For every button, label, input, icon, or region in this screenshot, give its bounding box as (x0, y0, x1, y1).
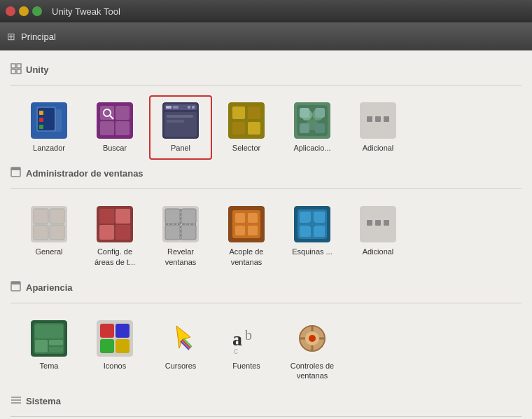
item-tema[interactable]: Tema (18, 313, 80, 388)
svg-rect-58 (165, 209, 180, 224)
grid-icon: ⊞ (7, 31, 15, 42)
svg-rect-88 (49, 347, 63, 352)
svg-rect-68 (235, 226, 245, 235)
svg-rect-40 (315, 123, 325, 133)
item-config-areas[interactable]: Config. de áreas de t... (83, 199, 146, 274)
revelar-ventanas-icon (162, 206, 199, 242)
selector-icon (228, 102, 265, 139)
svg-rect-90 (100, 324, 114, 338)
svg-rect-31 (248, 122, 260, 135)
titlebar: Unity Tweak Tool (0, 0, 532, 22)
maximize-button[interactable] (32, 6, 42, 16)
svg-rect-79 (375, 220, 381, 226)
svg-rect-69 (248, 226, 258, 235)
svg-text:c: c (234, 346, 238, 356)
sistema-section-title: Sistema (26, 396, 61, 406)
sistema-section-icon (10, 394, 22, 408)
item-revelar-ventanas[interactable]: Revelar ventanas (149, 199, 212, 274)
acople-ventanas-label: Acople de ventanas (220, 247, 272, 267)
item-esquinas[interactable]: Esquinas ... (281, 199, 344, 274)
selector-label: Selector (232, 143, 260, 153)
minimize-button[interactable] (19, 6, 29, 16)
svg-rect-91 (115, 324, 130, 338)
lanzador-label: Lanzador (33, 143, 65, 153)
svg-rect-7 (39, 111, 43, 115)
window-title: Unity Tweak Tool (52, 6, 120, 17)
svg-rect-21 (173, 106, 178, 109)
svg-rect-10 (55, 109, 62, 132)
item-acople-ventanas[interactable]: Acople de ventanas (215, 199, 278, 274)
section-header-unity: Unity (10, 63, 522, 76)
item-lanzador[interactable]: Lanzador (18, 95, 80, 160)
lanzador-icon (31, 102, 67, 139)
unity-section-title: Unity (26, 64, 49, 75)
svg-rect-25 (167, 115, 193, 118)
general-icon (31, 206, 67, 242)
item-controles-ventanas[interactable]: Controles de ventanas (281, 313, 344, 388)
svg-rect-66 (235, 213, 245, 223)
svg-rect-50 (34, 225, 48, 240)
iconos-icon (97, 320, 133, 357)
svg-point-107 (309, 335, 316, 342)
fuentes-label: Fuentes (232, 361, 260, 371)
svg-rect-42 (367, 116, 372, 122)
sistema-divider (10, 416, 522, 417)
admin-items-grid: General Config. de áreas de t... (10, 199, 522, 274)
item-adicional2[interactable]: Adicional (346, 199, 410, 274)
svg-rect-78 (367, 220, 372, 226)
adicional1-icon (360, 102, 396, 139)
svg-rect-30 (232, 122, 245, 135)
svg-rect-60 (165, 225, 180, 240)
iconos-label: Iconos (104, 361, 126, 371)
svg-rect-26 (167, 120, 184, 123)
svg-rect-39 (300, 123, 309, 133)
item-selector[interactable]: Selector (215, 95, 278, 160)
svg-rect-15 (115, 121, 130, 135)
svg-rect-48 (34, 209, 48, 224)
close-button[interactable] (6, 6, 15, 16)
fuentes-icon: a b c (228, 320, 265, 357)
controles-ventanas-icon (294, 320, 330, 357)
svg-rect-38 (315, 108, 325, 118)
item-fuentes[interactable]: a b c Fuentes (215, 313, 278, 388)
svg-rect-9 (39, 125, 43, 129)
svg-rect-43 (375, 116, 381, 122)
svg-rect-67 (248, 213, 258, 223)
tema-icon (31, 320, 67, 357)
svg-rect-13 (115, 106, 130, 120)
apariencia-section-icon (10, 281, 22, 294)
apariencia-section-title: Apariencia (26, 282, 72, 293)
adicional1-label: Adicional (363, 143, 394, 153)
item-cursores[interactable]: Cursores (149, 313, 212, 388)
config-areas-icon (97, 206, 133, 242)
svg-rect-92 (100, 339, 114, 353)
svg-rect-55 (99, 225, 114, 240)
item-iconos[interactable]: Iconos (83, 313, 146, 388)
svg-rect-1 (17, 64, 21, 68)
esquinas-label: Esquinas ... (292, 247, 332, 256)
panel-icon (162, 102, 199, 139)
cursores-label: Cursores (165, 361, 197, 371)
item-aplicaciones[interactable]: Aplicacio... (281, 95, 344, 160)
section-header-apariencia: Apariencia (10, 281, 522, 294)
window-controls (6, 6, 42, 16)
svg-rect-0 (11, 64, 15, 68)
aplicaciones-label: Aplicacio... (293, 143, 330, 153)
apariencia-items-grid: Tema Iconos (10, 313, 522, 388)
svg-rect-29 (248, 107, 260, 119)
svg-rect-44 (384, 116, 389, 122)
item-general[interactable]: General (18, 199, 80, 274)
toolbar: ⊞ Principal (0, 22, 532, 50)
aplicaciones-icon (294, 102, 330, 139)
config-areas-label: Config. de áreas de t... (89, 247, 141, 267)
svg-rect-3 (17, 69, 21, 74)
item-panel[interactable]: Panel (149, 95, 212, 160)
unity-items-grid: Lanzador Buscar (10, 95, 522, 160)
svg-rect-23 (192, 106, 195, 109)
svg-rect-46 (11, 167, 20, 170)
item-adicional1[interactable]: Adicional (346, 95, 410, 160)
item-buscar[interactable]: Buscar (83, 95, 146, 160)
svg-rect-49 (50, 209, 64, 224)
svg-point-76 (309, 221, 316, 228)
admin-section-title: Administrador de ventanas (26, 168, 144, 179)
